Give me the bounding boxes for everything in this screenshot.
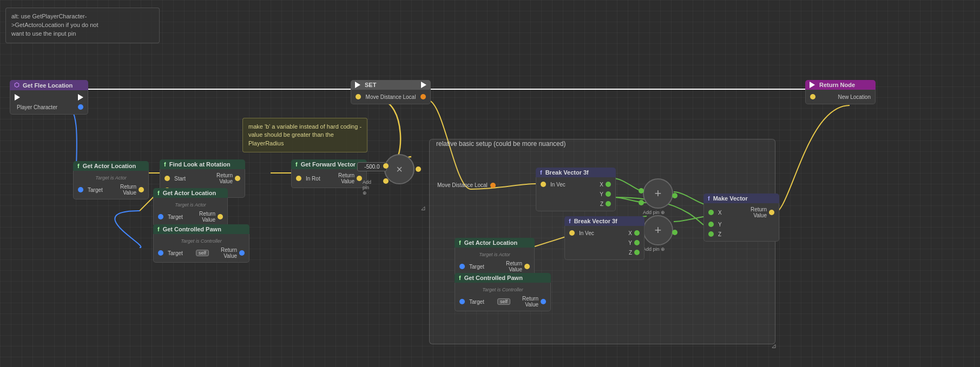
add-node-1[interactable]: + Add pin ⊕ <box>643 178 673 209</box>
comment-bubble: make 'b' a variable instead of hard codi… <box>242 118 367 152</box>
get-actor-location-left[interactable]: f Get Actor Location Target is Actor Tar… <box>73 161 149 199</box>
move-distance-local-label: Move Distance Local <box>437 182 496 188</box>
multiply-output <box>416 166 421 172</box>
return-node[interactable]: Return Node New Location <box>805 80 876 104</box>
get-controlled-pawn-right[interactable]: f Get Controlled Pawn Target is Controll… <box>455 273 551 311</box>
add-node-2[interactable]: + Add pin ⊕ <box>643 215 673 245</box>
resize-handle-left[interactable]: ⊿ <box>420 204 426 212</box>
set-node[interactable]: SET Move Distance Local <box>351 80 431 104</box>
break-vector-1-node[interactable]: f Break Vector 3f In Vec X Y Z <box>536 168 616 211</box>
break-vector-2-node[interactable]: f Break Vector 3f In Vec X Y Z <box>564 216 644 260</box>
multiply-pin-bottom <box>383 176 389 186</box>
add1-pin-bottom-in <box>639 198 644 208</box>
get-forward-vector-node[interactable]: f Get Forward Vector In Rot Return Value <box>291 159 367 188</box>
get-controlled-pawn-left[interactable]: f Get Controlled Pawn Target is Controll… <box>153 224 249 263</box>
resize-handle-right[interactable]: ⊿ <box>771 342 777 350</box>
multiply-value[interactable]: -500.0 <box>357 162 387 171</box>
get-actor-location-right[interactable]: f Get Actor Location Target is Actor Tar… <box>455 238 535 276</box>
multiply-circle[interactable]: × <box>384 154 415 184</box>
get-flee-location-node[interactable]: ⬡ Get Flee Location Player Character <box>10 80 88 115</box>
add2-pin-out <box>672 228 678 237</box>
multiply-pin-top <box>383 161 389 171</box>
multiply-addpin[interactable]: Add pin ⊕ <box>363 179 371 196</box>
get-actor-location-mid[interactable]: f Get Actor Location Target is Actor Tar… <box>153 188 228 226</box>
add1-pin-out <box>672 191 678 201</box>
comment-top: alt: use GetPlayerCharacter- >GetActoroL… <box>5 8 160 43</box>
add1-pin-top-in <box>639 186 644 196</box>
make-vector-node[interactable]: f Make Vector X Return Value Y Z <box>703 193 779 242</box>
